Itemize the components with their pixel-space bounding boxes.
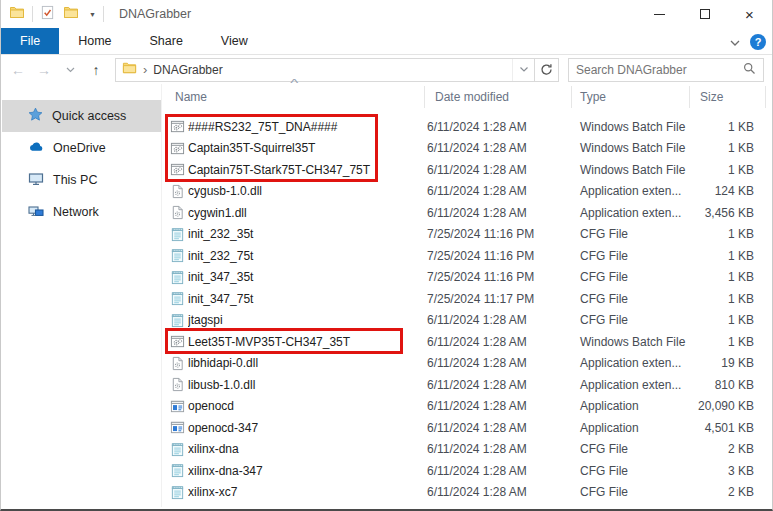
sidebar-item-this-pc[interactable]: This PC — [2, 164, 161, 196]
file-size: 19 KB — [690, 356, 766, 370]
address-dropdown-chevron-icon[interactable] — [512, 59, 534, 81]
file-date-modified: 6/11/2024 1:28 AM — [425, 313, 572, 327]
file-size: 3,456 KB — [690, 206, 766, 220]
column-headers: ^ Name Date modified Type Size — [162, 84, 771, 109]
breadcrumb[interactable]: DNAGrabber — [153, 63, 222, 77]
file-size: 2 KB — [690, 485, 766, 499]
file-size: 1 KB — [690, 249, 766, 263]
batch-file-icon — [170, 141, 185, 156]
file-date-modified: 7/25/2024 11:17 PM — [425, 292, 572, 306]
file-name: cygwin1.dll — [188, 206, 425, 220]
tab-home[interactable]: Home — [59, 28, 130, 54]
file-name: xilinx-dna — [188, 442, 425, 456]
file-date-modified: 6/11/2024 1:28 AM — [425, 206, 572, 220]
monitor-icon — [28, 171, 44, 190]
sidebar-item-label: This PC — [53, 173, 97, 187]
file-name: openocd — [188, 399, 425, 413]
file-type: Application exten... — [572, 184, 690, 198]
file-type-icon — [170, 205, 188, 220]
close-icon: × — [745, 7, 754, 22]
file-type: Application exten... — [572, 356, 690, 370]
back-icon[interactable]: ← — [5, 62, 31, 78]
sidebar-item-network[interactable]: Network — [2, 196, 161, 228]
file-row[interactable]: init_232_35t 7/25/2024 11:16 PM CFG File… — [162, 224, 771, 246]
file-row[interactable]: libhidapi-0.dll 6/11/2024 1:28 AM Applic… — [162, 353, 771, 375]
file-type-icon — [170, 399, 188, 414]
file-row[interactable]: openocd 6/11/2024 1:28 AM Application 20… — [162, 396, 771, 418]
file-size: 124 KB — [690, 184, 766, 198]
file-row[interactable]: init_232_75t 7/25/2024 11:16 PM CFG File… — [162, 245, 771, 267]
forward-icon[interactable]: → — [31, 62, 57, 78]
file-type: CFG File — [572, 249, 690, 263]
file-name: openocd-347 — [188, 421, 425, 435]
explorer-folder-icon — [9, 4, 25, 24]
file-row[interactable]: init_347_75t 7/25/2024 11:17 PM CFG File… — [162, 288, 771, 310]
column-header-date-modified[interactable]: Date modified — [425, 86, 572, 108]
ribbon-collapse-chevron-icon[interactable] — [729, 33, 741, 51]
file-date-modified: 6/11/2024 1:28 AM — [425, 464, 572, 478]
cfg-file-icon — [170, 270, 185, 285]
file-type: Windows Batch File — [572, 141, 690, 155]
address-bar[interactable]: › DNAGrabber — [115, 58, 559, 82]
file-name: init_232_75t — [188, 249, 425, 263]
file-type-icon — [170, 141, 188, 156]
file-row[interactable]: Leet35T-MVP35T-CH347_35T 6/11/2024 1:28 … — [162, 331, 771, 353]
column-header-name[interactable]: ^ Name — [162, 86, 425, 108]
file-row[interactable]: libusb-1.0.dll 6/11/2024 1:28 AM Applica… — [162, 374, 771, 396]
column-header-type[interactable]: Type — [572, 86, 690, 108]
search-input[interactable] — [576, 63, 743, 77]
help-icon[interactable]: ? — [750, 34, 766, 50]
file-type: Windows Batch File — [572, 163, 690, 177]
new-folder-icon[interactable] — [63, 4, 79, 24]
tab-file[interactable]: File — [1, 28, 59, 54]
sidebar-item-quick-access[interactable]: Quick access — [2, 100, 161, 132]
refresh-icon[interactable] — [534, 59, 558, 81]
dll-file-icon — [170, 205, 185, 220]
cfg-file-icon — [170, 248, 185, 263]
file-row[interactable]: jtagspi 6/11/2024 1:28 AM CFG File 1 KB — [162, 310, 771, 332]
sort-ascending-caret-icon: ^ — [290, 78, 298, 89]
recent-locations-chevron-icon[interactable] — [57, 67, 83, 73]
file-row[interactable]: init_347_35t 7/25/2024 11:16 PM CFG File… — [162, 267, 771, 289]
column-header-size[interactable]: Size — [690, 86, 766, 108]
maximize-button[interactable] — [682, 0, 727, 28]
title-bar: ▼ DNAGrabber × — [1, 0, 772, 28]
file-date-modified: 6/11/2024 1:28 AM — [425, 442, 572, 456]
caption-buttons: × — [637, 0, 772, 28]
qat-dropdown-icon[interactable]: ▼ — [89, 11, 96, 18]
file-row[interactable]: openocd-347 6/11/2024 1:28 AM Applicatio… — [162, 417, 771, 439]
file-size: 4,501 KB — [690, 421, 766, 435]
batch-file-icon — [170, 162, 185, 177]
file-size: 1 KB — [690, 292, 766, 306]
file-size: 20,090 KB — [690, 399, 766, 413]
properties-check-icon[interactable] — [40, 5, 55, 24]
sidebar-item-label: Quick access — [52, 109, 126, 123]
file-row[interactable]: xilinx-dna 6/11/2024 1:28 AM CFG File 2 … — [162, 439, 771, 461]
sidebar-item-onedrive[interactable]: OneDrive — [2, 132, 161, 164]
search-icon[interactable] — [743, 61, 756, 79]
close-button[interactable]: × — [727, 0, 772, 28]
file-name: init_347_75t — [188, 292, 425, 306]
file-date-modified: 6/11/2024 1:28 AM — [425, 120, 572, 134]
file-name: xilinx-dna-347 — [188, 464, 425, 478]
file-row[interactable]: cygwin1.dll 6/11/2024 1:28 AM Applicatio… — [162, 202, 771, 224]
file-type-icon — [170, 377, 188, 392]
file-row[interactable]: xilinx-xc7 6/11/2024 1:28 AM CFG File 2 … — [162, 482, 771, 504]
file-name: init_232_35t — [188, 227, 425, 241]
file-type-icon — [170, 313, 188, 328]
minimize-button[interactable] — [637, 0, 682, 28]
file-row[interactable]: ####RS232_75T_DNA#### 6/11/2024 1:28 AM … — [162, 116, 771, 138]
search-box[interactable] — [568, 58, 764, 82]
file-size: 2 KB — [690, 442, 766, 456]
file-row[interactable]: Captain75T-Stark75T-CH347_75T 6/11/2024 … — [162, 159, 771, 181]
minimize-icon — [654, 14, 665, 15]
file-row[interactable]: Captain35T-Squirrel35T 6/11/2024 1:28 AM… — [162, 138, 771, 160]
file-type-icon — [170, 162, 188, 177]
batch-file-icon — [170, 119, 185, 134]
file-row[interactable]: cygusb-1.0.dll 6/11/2024 1:28 AM Applica… — [162, 181, 771, 203]
tab-view[interactable]: View — [202, 28, 267, 54]
breadcrumb-chevron-icon[interactable]: › — [143, 62, 147, 77]
tab-share[interactable]: Share — [131, 28, 202, 54]
up-icon[interactable]: ↑ — [83, 62, 109, 78]
file-row[interactable]: xilinx-dna-347 6/11/2024 1:28 AM CFG Fil… — [162, 460, 771, 482]
